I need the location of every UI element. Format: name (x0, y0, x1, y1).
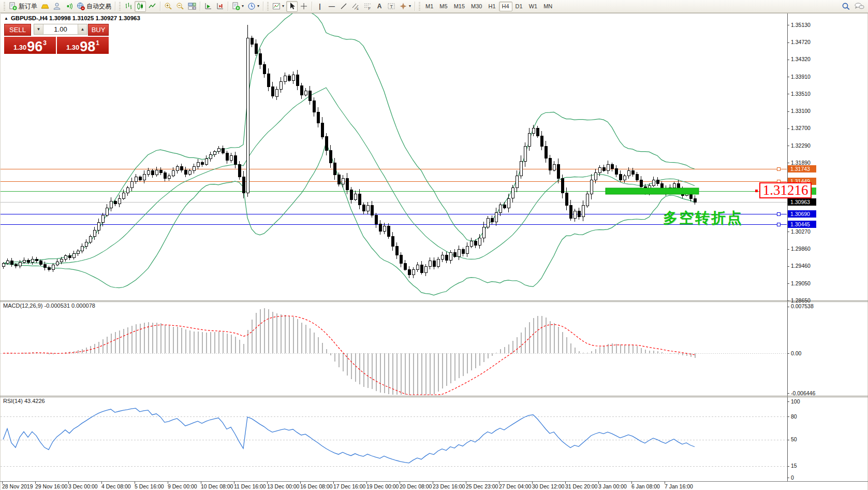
svg-text:1.34720: 1.34720 (791, 39, 811, 45)
bar-chart-button[interactable] (123, 1, 134, 12)
svg-text:1.29050: 1.29050 (791, 280, 811, 286)
indicators-button[interactable]: ▾ (271, 1, 286, 12)
trendline-button[interactable] (338, 1, 349, 12)
new-order-icon (9, 2, 17, 10)
svg-text:19 Dec 00:00: 19 Dec 00:00 (366, 483, 399, 489)
svg-text:5 Dec 16:00: 5 Dec 16:00 (135, 483, 164, 489)
toolbar-separator (200, 2, 200, 11)
search-icon (842, 2, 850, 11)
chart-shift-icon (216, 2, 224, 10)
period-menu-button[interactable]: ▾ (246, 1, 261, 12)
svg-text:50: 50 (791, 436, 797, 442)
highlight-rectangle[interactable] (606, 188, 699, 194)
timeframe-h4-button[interactable]: H4 (499, 2, 512, 11)
line-chart-button[interactable] (146, 1, 158, 12)
volume-increase-button[interactable]: ▲ (78, 24, 87, 34)
buy-price-prefix: 1.30 (66, 44, 79, 51)
broadcast-button[interactable] (63, 1, 75, 12)
chat-button[interactable] (852, 1, 866, 12)
tile-windows-icon (188, 2, 196, 10)
autoscroll-button[interactable] (202, 1, 214, 12)
new-chart-button[interactable]: ▾ (230, 1, 245, 12)
chat-icon (854, 2, 864, 10)
toolbar-grip[interactable] (267, 2, 269, 10)
sell-price-sup: 3 (43, 39, 47, 47)
collapse-icon[interactable]: ▲ (4, 16, 8, 21)
shapes-icon (399, 2, 407, 10)
buy-price[interactable]: 1.30 98 1 (57, 37, 109, 54)
indicators-icon (272, 2, 281, 10)
shapes-button[interactable]: ▾ (398, 1, 413, 12)
svg-text:3 Jan 00:00: 3 Jan 00:00 (598, 483, 627, 489)
toolbar-separator (415, 2, 415, 11)
toolbar-separator (312, 2, 312, 11)
chart-plot-area[interactable]: 1.351301.347201.343201.339101.335101.331… (0, 0, 868, 490)
timeframe-h1-button[interactable]: H1 (485, 2, 498, 11)
chart-title-text: GBPUSD-,H4 1.30998 1.31025 1.30927 1.309… (11, 15, 140, 21)
turning-point-annotation[interactable]: 多空转折点 (663, 208, 743, 228)
tile-windows-button[interactable] (186, 1, 198, 12)
candlestick-chart-button[interactable] (135, 1, 146, 12)
toolbar-grip[interactable] (419, 2, 420, 10)
price-annotation-box[interactable]: 1.31216 (759, 182, 812, 198)
svg-text:1.31743: 1.31743 (790, 166, 810, 172)
zoom-out-button[interactable] (174, 1, 186, 12)
label-button[interactable]: T (386, 1, 397, 12)
toolbar-grip[interactable] (119, 2, 121, 10)
channel-button[interactable]: E (350, 1, 361, 12)
buy-price-sup: 1 (96, 39, 99, 47)
text-button[interactable]: A (374, 1, 385, 12)
bar-chart-icon (124, 2, 133, 10)
svg-text:4 Dec 08:00: 4 Dec 08:00 (101, 483, 131, 489)
svg-text:23 Dec 16:00: 23 Dec 16:00 (433, 483, 465, 489)
volume-stepper: ▼ 1.00 ▲ (34, 24, 87, 35)
zoom-in-button[interactable] (163, 1, 174, 12)
svg-text:9 Dec 00:00: 9 Dec 00:00 (168, 483, 197, 489)
timeframe-w1-button[interactable]: W1 (526, 2, 541, 11)
sell-price[interactable]: 1.30 96 3 (4, 37, 56, 54)
toolbar-separator (263, 2, 263, 11)
fibonacci-button[interactable]: F (362, 1, 373, 12)
timeframe-d1-button[interactable]: D1 (512, 2, 526, 11)
svg-text:F: F (369, 7, 371, 10)
timeframe-mn-button[interactable]: MN (540, 2, 555, 11)
trendline-icon (340, 2, 348, 10)
buy-button[interactable]: BUY (88, 24, 109, 36)
timeframe-m1-button[interactable]: M1 (422, 2, 436, 11)
sell-price-big: 96 (27, 40, 42, 53)
autotrading-button[interactable]: 自动交易 (75, 1, 113, 12)
toolbar-grip[interactable] (4, 2, 5, 10)
time-axis[interactable]: 28 Nov 201929 Nov 16:003 Dec 00:004 Dec … (2, 482, 693, 489)
gold-button[interactable] (39, 1, 51, 12)
svg-text:80: 80 (791, 413, 797, 420)
chevron-down-icon: ▾ (409, 4, 411, 8)
timeframe-m5-button[interactable]: M5 (436, 2, 450, 11)
svg-text:16 Dec 08:00: 16 Dec 08:00 (300, 483, 333, 489)
new-order-button[interactable]: 新订单 (7, 1, 39, 12)
svg-text:7 Jan 16:00: 7 Jan 16:00 (665, 483, 693, 489)
search-button[interactable] (840, 1, 852, 12)
svg-text:31 Dec 20:00: 31 Dec 20:00 (565, 483, 598, 489)
horizontal-line-button[interactable]: — (326, 1, 337, 12)
cursor-button[interactable] (286, 1, 298, 12)
channel-icon: E (351, 2, 360, 10)
crosshair-button[interactable] (298, 1, 310, 12)
cursor-icon (288, 2, 296, 10)
svg-text:1.33910: 1.33910 (791, 74, 811, 80)
timeframe-bar: M1M5M15M30H1H4D1W1MN (422, 2, 555, 11)
profile-icon (53, 2, 61, 10)
autotrading-icon (77, 2, 85, 10)
timeframe-m15-button[interactable]: M15 (451, 2, 468, 11)
timeframe-m30-button[interactable]: M30 (468, 2, 485, 11)
svg-text:-0.006446: -0.006446 (791, 390, 815, 396)
callout-anchor[interactable] (755, 190, 758, 192)
crosshair-icon (300, 2, 308, 10)
volume-decrease-button[interactable]: ▼ (34, 24, 43, 34)
line-chart-icon (148, 2, 156, 10)
chart-shift-button[interactable] (214, 1, 226, 12)
sell-button[interactable]: SELL (4, 24, 31, 36)
profile-button[interactable] (51, 1, 63, 12)
vertical-line-button[interactable]: | (314, 1, 326, 12)
volume-input[interactable]: 1.00 (43, 24, 78, 34)
svg-text:1.32290: 1.32290 (791, 142, 811, 149)
